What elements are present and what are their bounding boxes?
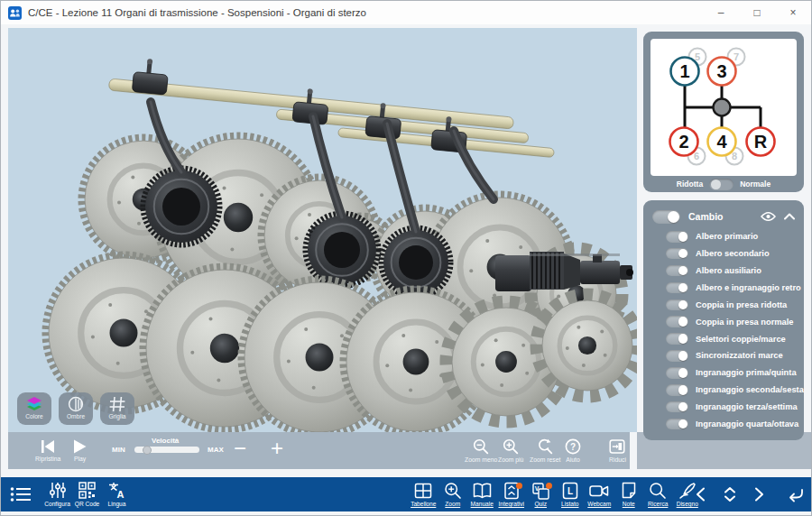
toolbar-navigation-group	[691, 477, 804, 511]
toggle-switch[interactable]	[666, 299, 688, 311]
configura-button[interactable]: Configura	[42, 482, 72, 507]
svg-text:A: A	[116, 489, 124, 499]
toggle-switch[interactable]	[666, 231, 688, 243]
maximize-button[interactable]: □	[739, 1, 775, 24]
return-arrow-icon	[786, 487, 804, 502]
previous-button[interactable]	[691, 485, 709, 503]
toggle-switch[interactable]	[666, 367, 688, 379]
app-window: C/CE - Lezione 11 Organi di trasmissione…	[0, 0, 812, 516]
plus-button[interactable]: +	[271, 440, 283, 456]
gear-r-circle[interactable]: R	[747, 128, 775, 156]
ombre-button[interactable]: Ombre	[59, 392, 93, 425]
toggle-switch[interactable]	[666, 384, 688, 396]
toggle-switch[interactable]	[666, 265, 688, 277]
ridotta-normale-toggle[interactable]	[709, 179, 734, 190]
tabellone-button[interactable]: Tabellone	[409, 482, 438, 508]
toggle-switch[interactable]	[666, 350, 688, 362]
riduci-button[interactable]: Riduci	[609, 438, 626, 463]
chevron-up-icon[interactable]	[784, 213, 795, 220]
velocita-label: Velocità	[152, 437, 179, 445]
qr-code-button[interactable]: QR Code	[72, 482, 102, 507]
zoom-in-icon	[503, 438, 519, 455]
toggle-knob	[678, 419, 688, 429]
note-icon	[620, 482, 638, 500]
minus-button[interactable]: −	[234, 440, 246, 456]
aiuto-button[interactable]: ? Aiuto	[565, 438, 581, 463]
mode-row: Ridotta Normale	[651, 176, 797, 192]
toggle-switch[interactable]	[666, 316, 688, 327]
quiz-button[interactable]: V Quiz	[526, 482, 556, 508]
colore-button[interactable]: Colore	[17, 392, 51, 425]
layer-toggle-list: Albero primarioAlbero secondarioAlbero a…	[652, 231, 797, 429]
next-button[interactable]	[751, 485, 769, 503]
gear-1-circle[interactable]: 1	[671, 58, 699, 86]
toggle-switch[interactable]	[666, 248, 688, 260]
layer-label: Albero secondario	[696, 249, 770, 258]
close-button[interactable]: ×	[775, 1, 811, 24]
svg-text:1: 1	[679, 61, 689, 81]
slider-knob[interactable]	[143, 446, 152, 455]
toolbar-center-group: Tabellone Zoom Manuale	[409, 477, 702, 511]
menu-list-icon[interactable]	[10, 485, 32, 503]
collapse-window-icon	[609, 438, 625, 455]
app-logo-icon	[8, 6, 22, 20]
manuale-button[interactable]: Manuale	[467, 482, 497, 508]
toggle-knob	[711, 180, 721, 189]
gear-3-circle[interactable]: 3	[708, 58, 736, 86]
eye-icon[interactable]	[761, 211, 776, 222]
layer-label: Ingranaggio seconda/sesta	[696, 385, 804, 394]
shift-pattern-diagram: 5 7 6 8 1	[651, 39, 797, 176]
toggle-switch[interactable]	[666, 333, 688, 345]
toggle-knob	[678, 283, 688, 293]
lingua-button[interactable]: A Lingua	[102, 482, 132, 507]
integrativi-button[interactable]: Integrativi	[497, 482, 527, 508]
window-controls: – □ ×	[703, 1, 811, 24]
griglia-button[interactable]: Griglia	[100, 392, 134, 425]
toggle-knob	[678, 266, 688, 276]
play-button[interactable]: Play	[73, 439, 87, 462]
toggle-knob	[678, 300, 688, 310]
cambio-toggle[interactable]	[652, 210, 680, 224]
chevrons-up-down-icon	[723, 486, 737, 502]
book-icon	[473, 482, 492, 500]
toggle-switch[interactable]	[666, 401, 688, 413]
svg-text:R: R	[754, 132, 768, 152]
griglia-label: Griglia	[108, 413, 125, 419]
toggle-knob	[678, 249, 688, 259]
ridotta-label: Ridotta	[677, 180, 703, 189]
camera-icon	[589, 482, 609, 500]
gearbox-3d-model	[8, 28, 637, 432]
ricerca-button[interactable]: Ricerca	[643, 482, 673, 508]
layer-label: Sincronizzatori marce	[696, 351, 783, 360]
zoom-in-button[interactable]: Zoom più	[498, 438, 523, 463]
webcam-button[interactable]: Webcam	[585, 482, 614, 508]
ripristina-button[interactable]: Ripristina	[35, 439, 60, 462]
expand-collapse-button[interactable]	[721, 485, 739, 503]
layer-toggle-row: Ingranaggio seconda/sesta	[666, 384, 797, 396]
layer-toggle-row: Coppia in presa ridotta	[666, 299, 797, 311]
return-button[interactable]	[786, 485, 804, 503]
minimize-button[interactable]: –	[703, 1, 739, 24]
chevron-right-icon	[754, 487, 765, 502]
zoom-reset-icon	[537, 438, 553, 455]
help-icon: ?	[565, 438, 581, 455]
zoom-reset-button[interactable]: Zoom reset	[530, 438, 560, 463]
toggle-switch[interactable]	[666, 282, 688, 294]
gear-2-circle[interactable]: 2	[670, 128, 698, 156]
gear-4-circle[interactable]: 4	[708, 128, 736, 156]
toggle-knob	[678, 368, 688, 378]
layer-label: Coppia in presa normale	[696, 318, 794, 327]
note-button[interactable]: Note	[614, 482, 644, 508]
zoom-out-icon	[473, 438, 489, 455]
toggle-switch[interactable]	[666, 419, 688, 430]
3d-viewport[interactable]: Colore Ombre Griglia	[8, 28, 637, 432]
svg-text:L: L	[567, 486, 573, 496]
zoom-out-button[interactable]: Zoom meno	[465, 438, 497, 463]
speed-slider[interactable]	[134, 447, 199, 453]
view-option-buttons: Colore Ombre Griglia	[17, 392, 134, 425]
zoom-tool-button[interactable]: Zoom	[438, 482, 468, 508]
list-l-icon: L	[561, 482, 579, 500]
listato-button[interactable]: L Listato	[556, 482, 586, 508]
svg-text:4: 4	[716, 132, 727, 152]
layer-label: Ingranaggio quarta/ottava	[696, 419, 798, 428]
